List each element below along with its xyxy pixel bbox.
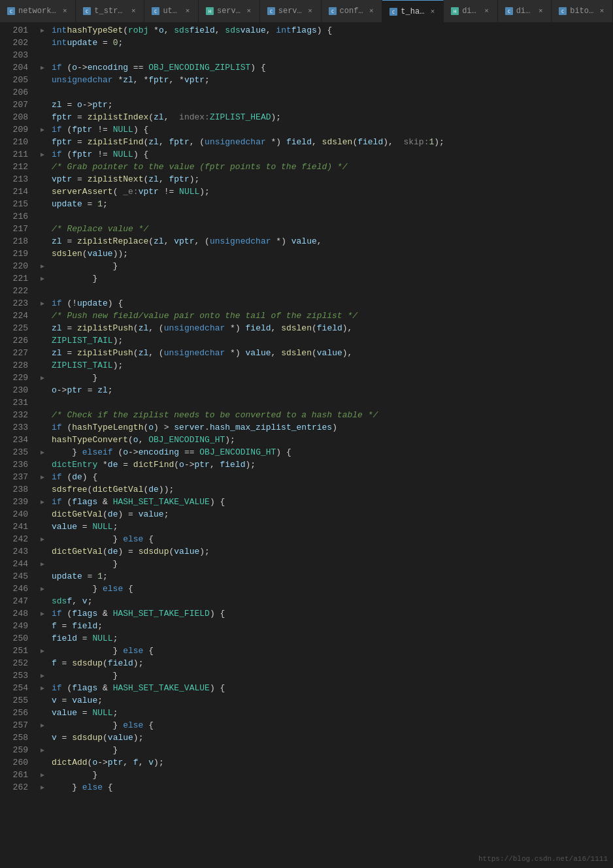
gutter-cell-261[interactable] bbox=[36, 769, 49, 781]
gutter-cell-251[interactable] bbox=[36, 645, 49, 657]
code-line-210: fptr = ziplistFind(zl, fptr, (unsigned c… bbox=[52, 136, 613, 148]
c-file-icon: C bbox=[328, 7, 337, 16]
code-line-249: f = field; bbox=[52, 620, 613, 632]
gutter-cell-246[interactable] bbox=[36, 583, 49, 595]
line-number-251: 251 bbox=[0, 645, 31, 657]
code-line-220: } bbox=[52, 260, 613, 272]
gutter-cell-259[interactable] bbox=[36, 744, 49, 756]
tab-close-icon[interactable]: × bbox=[305, 6, 316, 16]
line-number-221: 221 bbox=[0, 272, 31, 285]
svg-text:C: C bbox=[508, 9, 510, 14]
tab-bitops-c[interactable]: C bitops.c× bbox=[552, 0, 613, 23]
line-number-209: 209 bbox=[0, 123, 31, 136]
line-number-244: 244 bbox=[0, 558, 31, 570]
code-line-231 bbox=[52, 396, 613, 409]
gutter-cell-262[interactable] bbox=[36, 781, 49, 794]
gutter-cell-254[interactable] bbox=[36, 682, 49, 694]
line-number-206: 206 bbox=[0, 86, 31, 99]
tab-close-icon[interactable]: × bbox=[128, 6, 139, 16]
watermark: https://blog.csdn.net/a16/1111 bbox=[478, 855, 608, 863]
tab-server-h[interactable]: H server.h× bbox=[199, 0, 260, 23]
tab-t-hash-c[interactable]: C t_hash.c× bbox=[382, 0, 444, 23]
tab-close-icon[interactable]: × bbox=[535, 6, 546, 16]
tab-t-string-c[interactable]: C t_string.c× bbox=[76, 0, 144, 23]
code-line-256: value = NULL; bbox=[52, 707, 613, 719]
code-line-214: serverAssert( _e: vptr != NULL); bbox=[52, 185, 613, 198]
gutter-cell-260 bbox=[36, 756, 49, 769]
code-line-244: } bbox=[52, 558, 613, 570]
tab-server-c[interactable]: C server.c× bbox=[260, 0, 322, 23]
line-number-217: 217 bbox=[0, 223, 31, 235]
svg-marker-29 bbox=[41, 475, 44, 479]
line-number-204: 204 bbox=[0, 61, 31, 74]
gutter-cell-253[interactable] bbox=[36, 669, 49, 682]
tab-close-icon[interactable]: × bbox=[597, 6, 607, 16]
line-number-227: 227 bbox=[0, 347, 31, 359]
gutter-cell-257[interactable] bbox=[36, 719, 49, 731]
code-line-238: sdsfree(dictGetVal(de)); bbox=[52, 483, 613, 496]
gutter-cell-235[interactable] bbox=[36, 446, 49, 458]
tab-dict-c[interactable]: C dict.c× bbox=[498, 0, 552, 23]
gutter-cell-241 bbox=[36, 521, 49, 533]
line-number-233: 233 bbox=[0, 421, 31, 434]
line-number-225: 225 bbox=[0, 322, 31, 334]
gutter-cell-230 bbox=[36, 384, 49, 396]
tab-close-icon[interactable]: × bbox=[427, 7, 438, 17]
svg-marker-21 bbox=[41, 66, 44, 70]
tab-networking-c[interactable]: C networking.c× bbox=[0, 0, 76, 23]
tab-dict-h[interactable]: H dict.h× bbox=[444, 0, 498, 23]
tab-close-icon[interactable]: × bbox=[59, 6, 70, 16]
gutter-cell-208 bbox=[36, 111, 49, 123]
code-area: 2012022032042052062072082092102112122132… bbox=[0, 23, 613, 868]
code-line-225: zl = ziplistPush(zl, (unsigned char *) f… bbox=[52, 322, 613, 334]
svg-marker-36 bbox=[41, 674, 44, 678]
svg-marker-33 bbox=[41, 587, 44, 591]
gutter-cell-212 bbox=[36, 161, 49, 173]
tab-util-c[interactable]: C util.c× bbox=[144, 0, 199, 23]
gutter-cell-211[interactable] bbox=[36, 148, 49, 161]
c-file-icon: C bbox=[151, 7, 160, 16]
code-line-201: int hashTypeSet(robj *o, sds field, sds … bbox=[52, 24, 613, 37]
gutter-cell-248[interactable] bbox=[36, 607, 49, 620]
gutter-cell-242[interactable] bbox=[36, 533, 49, 545]
gutter-cell-209[interactable] bbox=[36, 123, 49, 136]
code-line-203 bbox=[52, 49, 613, 61]
gutter-cell-252 bbox=[36, 657, 49, 669]
gutter-cell-244[interactable] bbox=[36, 558, 49, 570]
gutter-cell-245 bbox=[36, 570, 49, 583]
tab-close-icon[interactable]: × bbox=[482, 6, 492, 16]
code-line-233: if (hashTypeLength(o) > server.hash_max_… bbox=[52, 421, 613, 434]
gutter-cell-220[interactable] bbox=[36, 260, 49, 272]
gutter-cell-201[interactable] bbox=[36, 24, 49, 37]
line-number-235: 235 bbox=[0, 446, 31, 458]
line-number-245: 245 bbox=[0, 570, 31, 583]
code-line-228: ZIPLIST_TAIL); bbox=[52, 359, 613, 372]
gutter-cell-215 bbox=[36, 198, 49, 210]
line-number-212: 212 bbox=[0, 161, 31, 173]
gutter-cell-237[interactable] bbox=[36, 471, 49, 483]
code-line-217: /* Replace value */ bbox=[52, 223, 613, 235]
svg-marker-27 bbox=[41, 376, 44, 380]
code-content[interactable]: int hashTypeSet(robj *o, sds field, sds … bbox=[49, 23, 613, 868]
gutter-cell-221[interactable] bbox=[36, 272, 49, 285]
tab-label: networking.c bbox=[18, 7, 57, 16]
tab-close-icon[interactable]: × bbox=[366, 6, 376, 16]
code-line-235: } else if (o->encoding == OBJ_ENCODING_H… bbox=[52, 446, 613, 458]
svg-marker-24 bbox=[41, 265, 44, 268]
line-number-253: 253 bbox=[0, 669, 31, 682]
code-line-227: zl = ziplistPush(zl, (unsigned char *) v… bbox=[52, 347, 613, 359]
gutter-cell-204[interactable] bbox=[36, 61, 49, 74]
tab-close-icon[interactable]: × bbox=[182, 6, 193, 16]
line-number-255: 255 bbox=[0, 694, 31, 707]
svg-marker-38 bbox=[41, 724, 44, 728]
svg-marker-26 bbox=[41, 302, 44, 306]
code-line-223: if (!update) { bbox=[52, 297, 613, 310]
line-number-257: 257 bbox=[0, 719, 31, 731]
tab-close-icon[interactable]: × bbox=[244, 6, 254, 16]
gutter-cell-223[interactable] bbox=[36, 297, 49, 310]
svg-marker-32 bbox=[41, 562, 44, 566]
gutter-cell-229[interactable] bbox=[36, 372, 49, 384]
line-number-214: 214 bbox=[0, 185, 31, 198]
gutter-cell-239[interactable] bbox=[36, 496, 49, 508]
tab-config-c[interactable]: C config.c× bbox=[322, 0, 383, 23]
